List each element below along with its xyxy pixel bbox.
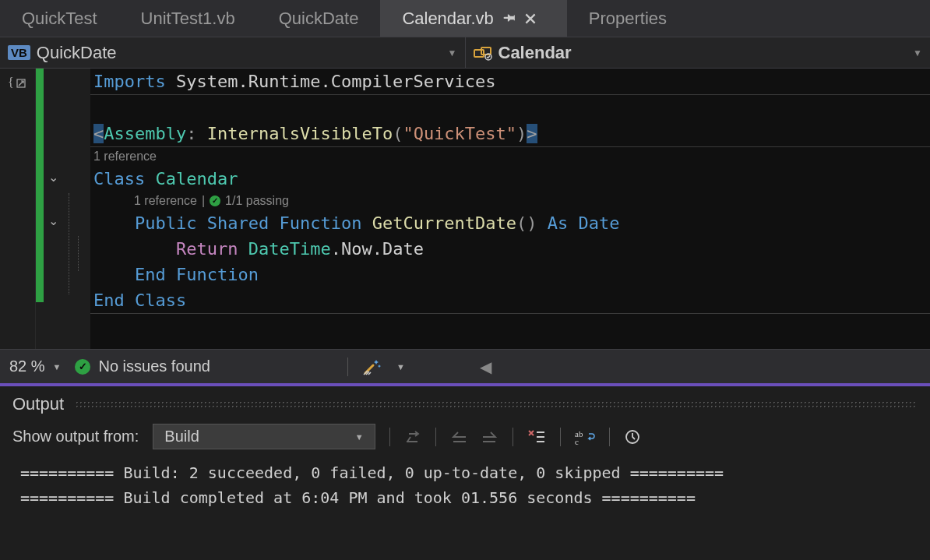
tab-quickdate[interactable]: QuickDate: [257, 0, 381, 37]
divider: [560, 428, 561, 446]
prev-message-icon[interactable]: [450, 430, 467, 444]
grip-handle[interactable]: [75, 400, 918, 408]
zoom-level: 82 %: [9, 357, 45, 375]
check-icon: ✓: [75, 359, 90, 375]
class-icon: [474, 45, 492, 61]
check-icon: ✓: [210, 195, 220, 206]
vb-badge-icon: VB: [8, 45, 30, 60]
change-indicator: [36, 69, 44, 302]
chevron-down-icon: ▼: [448, 48, 457, 58]
fold-toggle[interactable]: ⌄: [48, 170, 58, 185]
code-text[interactable]: Imports System.Runtime.CompilerServices …: [90, 69, 930, 349]
codelens-references[interactable]: 1 reference: [90, 147, 930, 166]
nav-class-label: Calendar: [498, 43, 572, 63]
editor-gutter: {: [0, 69, 36, 349]
codelens-references-tests[interactable]: 1 reference|✓1/1 passing: [90, 192, 930, 210]
code-editor[interactable]: { ⌄ ⌄ Imports System.Runtime.CompilerSer…: [0, 69, 930, 349]
output-panel: Output Show output from: Build ▼ abc: [0, 386, 930, 518]
word-wrap-icon[interactable]: abc: [575, 429, 595, 445]
divider: [347, 357, 348, 376]
divider: [513, 428, 513, 446]
show-output-from-label: Show output from:: [12, 428, 139, 446]
tab-label: Calendar.vb: [402, 9, 493, 29]
svg-text:c: c: [575, 437, 579, 445]
svg-text:{: {: [8, 76, 14, 89]
output-source-value: Build: [164, 428, 199, 446]
tab-properties[interactable]: Properties: [567, 0, 689, 37]
issues-indicator[interactable]: ✓ No issues found: [75, 357, 210, 375]
structure-guide: [69, 193, 69, 294]
nav-project-label: QuickDate: [37, 43, 117, 63]
chevron-down-icon[interactable]: ▼: [396, 362, 405, 372]
output-title: Output: [12, 394, 64, 414]
output-source-dropdown[interactable]: Build ▼: [153, 424, 375, 449]
chevron-down-icon: ▼: [913, 48, 922, 58]
nav-class-dropdown[interactable]: Calendar ▼: [466, 37, 931, 68]
nav-project-dropdown[interactable]: VB QuickDate ▼: [0, 37, 466, 68]
editor-outline: ⌄ ⌄: [36, 69, 90, 349]
next-message-icon[interactable]: [481, 430, 498, 444]
document-tab-bar: QuickTest UnitTest1.vb QuickDate Calenda…: [0, 0, 930, 37]
code-navigator: VB QuickDate ▼ Calendar ▼: [0, 37, 930, 69]
nav-back-icon[interactable]: ◀: [480, 357, 491, 376]
namespace-icon: {: [8, 75, 28, 92]
fold-toggle[interactable]: ⌄: [48, 213, 58, 228]
issues-text: No issues found: [98, 357, 210, 375]
goto-source-icon[interactable]: [404, 429, 421, 445]
pin-icon[interactable]: [502, 12, 516, 26]
svg-rect-0: [474, 50, 484, 57]
cleanup-icon[interactable]: [362, 357, 382, 376]
divider: [609, 428, 610, 446]
editor-status-bar: 82 % ▼ ✓ No issues found ▼ ◀: [0, 349, 930, 383]
close-icon[interactable]: [523, 12, 537, 26]
output-text[interactable]: ========== Build: 2 succeeded, 0 failed,…: [12, 457, 918, 518]
chevron-down-icon: ▼: [355, 432, 364, 442]
chevron-down-icon: ▼: [53, 362, 62, 372]
divider: [435, 428, 436, 446]
tab-quicktest[interactable]: QuickTest: [0, 0, 119, 37]
clear-all-icon[interactable]: [527, 429, 546, 445]
tab-calendar[interactable]: Calendar.vb: [380, 0, 566, 37]
tab-unittest[interactable]: UnitTest1.vb: [119, 0, 257, 37]
zoom-dropdown[interactable]: 82 % ▼: [9, 357, 61, 375]
timestamp-icon[interactable]: [624, 428, 641, 446]
divider: [389, 428, 390, 446]
structure-guide: [78, 236, 79, 271]
